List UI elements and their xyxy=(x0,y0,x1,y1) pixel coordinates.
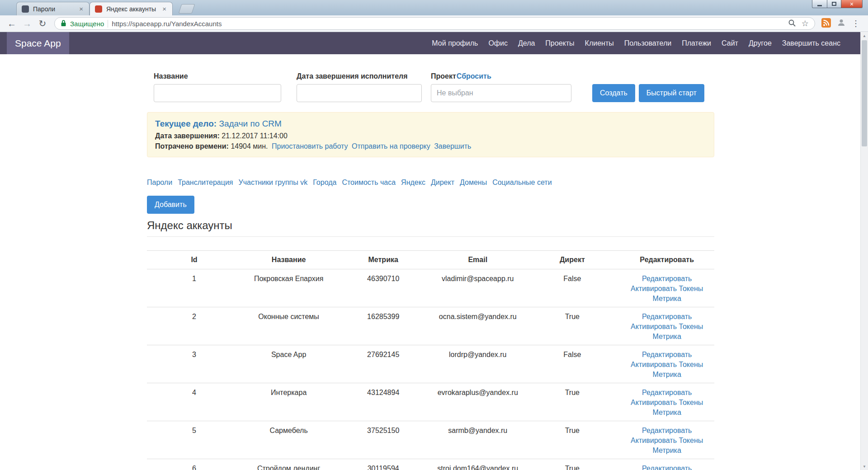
forward-icon[interactable]: → xyxy=(20,19,34,29)
edit-link[interactable]: Редактировать xyxy=(623,350,711,360)
scrollbar-up-icon[interactable]: ▲ xyxy=(861,33,868,39)
time-spent-label: Потрачено времени: xyxy=(155,142,229,150)
quick-link[interactable]: Домены xyxy=(460,179,487,187)
menu-kebab-icon[interactable]: ⋮ xyxy=(852,19,860,28)
send-to-review-link[interactable]: Отправить на проверку xyxy=(352,142,430,150)
window-minimize-button[interactable] xyxy=(812,0,827,8)
activate-tokens-link[interactable]: Активировать Токены xyxy=(623,398,711,408)
new-tab-button[interactable] xyxy=(179,4,195,14)
address-bar[interactable]: Защищено https://spaceapp.ru/YandexAccau… xyxy=(54,17,815,30)
tab-favicon xyxy=(95,5,102,13)
cell-name: Сармебель xyxy=(241,421,336,459)
cell-email: sarmb@yandex.ru xyxy=(430,421,525,459)
toolbar-extensions: ⋮ xyxy=(820,18,863,29)
browser-tab-passwords[interactable]: Пароли × xyxy=(16,2,90,15)
scrollbar-thumb[interactable] xyxy=(862,40,867,146)
browser-tabstrip: Пароли × Яндекс аккаунты × × xyxy=(0,0,868,15)
edit-link[interactable]: Редактировать xyxy=(623,274,711,284)
deadline-value: 21.12.2017 11:14:00 xyxy=(222,132,288,140)
browser-tab-yandex-accounts[interactable]: Яндекс аккаунты × xyxy=(90,2,173,15)
web-page: Space App Мой профиль Офис Дела Проекты … xyxy=(0,32,860,470)
cell-name: Оконные системы xyxy=(241,307,336,345)
metrika-link[interactable]: Метрика xyxy=(623,370,711,380)
nav-item[interactable]: Проекты xyxy=(545,39,574,47)
activate-tokens-link[interactable]: Активировать Токены xyxy=(623,436,711,446)
metrika-link[interactable]: Метрика xyxy=(623,294,711,304)
completion-date-input[interactable] xyxy=(297,84,422,102)
add-button[interactable]: Добавить xyxy=(147,196,194,214)
cell-email: stroi.dom164@yandex.ru xyxy=(430,459,525,470)
brand-logo[interactable]: Space App xyxy=(7,32,69,54)
cell-id: 6 xyxy=(147,459,241,470)
nav-item[interactable]: Клиенты xyxy=(585,39,614,47)
quick-link[interactable]: Транслитерация xyxy=(178,179,233,187)
create-button[interactable]: Создать xyxy=(592,84,635,102)
profile-icon[interactable] xyxy=(837,18,846,29)
back-icon[interactable]: ← xyxy=(5,19,19,29)
edit-link[interactable]: Редактировать xyxy=(623,312,711,322)
pause-work-link[interactable]: Приостановить работу xyxy=(272,142,348,150)
window-maximize-button[interactable] xyxy=(827,0,841,8)
cell-email: ocna.sistem@yandex.ru xyxy=(430,307,525,345)
cell-actions: Редактировать Активировать Токены Метрик… xyxy=(619,421,714,459)
edit-link[interactable]: Редактировать xyxy=(623,426,711,436)
nav-item[interactable]: Дела xyxy=(518,39,535,47)
quick-link[interactable]: Города xyxy=(313,179,336,187)
activate-tokens-link[interactable]: Активировать Токены xyxy=(623,284,711,294)
nav-item[interactable]: Пользователи xyxy=(624,39,671,47)
table-row: 6 Стройдом лендинг 30119594 stroi.dom164… xyxy=(147,459,714,470)
nav-item[interactable]: Сайт xyxy=(722,39,738,47)
quick-link[interactable]: Пароли xyxy=(147,179,172,187)
project-field-label: Проект xyxy=(431,72,456,80)
finish-task-link[interactable]: Завершить xyxy=(434,142,471,150)
quick-link[interactable]: Директ xyxy=(431,179,454,187)
table-body: 1 Покровская Епархия 46390710 vladimir@s… xyxy=(147,269,714,470)
scrollbar-down-icon[interactable]: ▼ xyxy=(861,463,868,470)
current-task-link[interactable]: Задачи по CRM xyxy=(219,119,281,128)
name-input[interactable] xyxy=(154,84,281,102)
quick-link[interactable]: Социальные сети xyxy=(492,179,552,187)
quick-link[interactable]: Стоимость часа xyxy=(342,179,396,187)
cell-id: 1 xyxy=(147,269,241,307)
table-row: 5 Сармебель 37525150 sarmb@yandex.ru Tru… xyxy=(147,421,714,459)
cell-name: Интеркара xyxy=(241,383,336,421)
nav-item[interactable]: Другое xyxy=(749,39,772,47)
rss-icon[interactable] xyxy=(821,18,831,29)
reload-icon[interactable]: ↻ xyxy=(35,18,50,29)
quick-start-button[interactable]: Быстрый старт xyxy=(639,84,704,102)
edit-link[interactable]: Редактировать xyxy=(623,388,711,398)
page-title: Яндекс аккаунты xyxy=(147,219,714,237)
tab-close-icon[interactable]: × xyxy=(161,5,167,12)
cell-name: Стройдом лендинг xyxy=(241,459,336,470)
cell-metrika: 43124894 xyxy=(336,383,430,421)
column-header: Директ xyxy=(525,251,619,269)
nav-item[interactable]: Платежи xyxy=(682,39,711,47)
window-close-button[interactable]: × xyxy=(841,0,863,8)
lock-icon[interactable] xyxy=(61,19,66,28)
cell-email: lordrp@yandex.ru xyxy=(430,345,525,383)
quick-link[interactable]: Участники группы vk xyxy=(239,179,308,187)
project-reset-link[interactable]: Сбросить xyxy=(457,72,491,80)
cell-direct: True xyxy=(525,383,619,421)
page-scrollbar[interactable]: ▲ ▼ xyxy=(860,33,868,470)
metrika-link[interactable]: Метрика xyxy=(623,408,711,418)
edit-link[interactable]: Редактировать xyxy=(623,464,711,470)
tab-close-icon[interactable]: × xyxy=(78,5,84,12)
cell-actions: Редактировать Активировать Токены Метрик… xyxy=(619,269,714,307)
table-row: 2 Оконные системы 16285399 ocna.sistem@y… xyxy=(147,307,714,345)
nav-item[interactable]: Офис xyxy=(488,39,508,47)
browser-toolbar: ← → ↻ Защищено https://spaceapp.ru/Yande… xyxy=(0,15,868,32)
nav-item[interactable]: Завершить сеанс xyxy=(782,39,840,47)
activate-tokens-link[interactable]: Активировать Токены xyxy=(623,360,711,370)
project-select[interactable] xyxy=(431,84,571,102)
activate-tokens-link[interactable]: Активировать Токены xyxy=(623,322,711,332)
metrika-link[interactable]: Метрика xyxy=(623,332,711,342)
cell-metrika: 46390710 xyxy=(336,269,430,307)
metrika-link[interactable]: Метрика xyxy=(623,446,711,456)
zoom-icon[interactable] xyxy=(788,19,796,28)
url-text[interactable]: https://spaceapp.ru/YandexAccaunts xyxy=(112,20,784,28)
bookmark-star-icon[interactable]: ☆ xyxy=(802,19,809,28)
column-header: Email xyxy=(430,251,525,269)
nav-item[interactable]: Мой профиль xyxy=(432,39,478,47)
quick-link[interactable]: Яндекс xyxy=(401,179,425,187)
